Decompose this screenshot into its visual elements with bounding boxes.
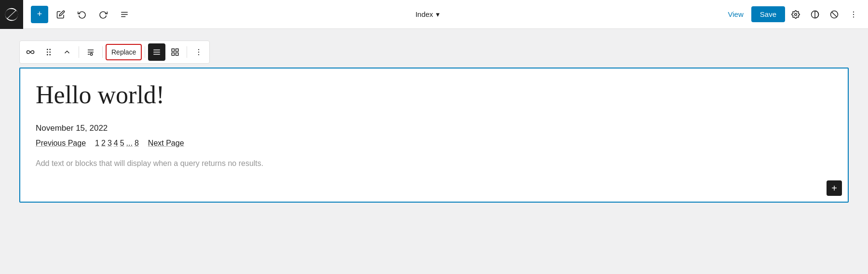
add-block-button[interactable]: + <box>31 6 48 23</box>
move-up-down-btn[interactable] <box>58 43 76 61</box>
svg-rect-23 <box>172 49 175 51</box>
previous-page-link[interactable]: Previous Page <box>36 139 86 148</box>
next-page-link[interactable]: Next Page <box>148 139 184 148</box>
wp-logo <box>0 0 23 29</box>
svg-point-14 <box>47 54 48 55</box>
undo-button[interactable] <box>73 6 91 23</box>
settings-icon-btn[interactable] <box>82 43 99 61</box>
svg-rect-26 <box>176 53 178 55</box>
svg-point-15 <box>49 54 51 55</box>
circle-button[interactable] <box>826 6 843 23</box>
chevron-down-icon: ▾ <box>436 10 440 19</box>
page-5[interactable]: 5 <box>120 139 125 148</box>
page-4[interactable]: 4 <box>113 139 119 148</box>
divider-2 <box>102 46 103 58</box>
post-date: November 15, 2022 <box>36 123 832 133</box>
divider-1 <box>79 46 79 58</box>
svg-point-29 <box>198 54 199 55</box>
divider-4 <box>187 46 187 58</box>
svg-point-28 <box>198 52 199 53</box>
page-title-dropdown[interactable]: Index ▾ <box>415 10 440 19</box>
infinity-icon-btn[interactable] <box>22 43 39 61</box>
svg-point-7 <box>853 11 854 12</box>
view-button[interactable]: View <box>722 7 749 21</box>
page-ellipsis: ... <box>126 139 133 148</box>
page-numbers: 1 2 3 4 5 ... 8 <box>95 139 139 148</box>
main-content: Replace Hello world! November 15, 2022 P… <box>0 29 868 274</box>
svg-point-10 <box>47 49 48 50</box>
pagination: Previous Page 1 2 3 4 5 ... 8 Next Page <box>36 139 832 148</box>
svg-rect-22 <box>154 54 161 55</box>
page-title: Index <box>415 10 433 18</box>
content-block: Hello world! November 15, 2022 Previous … <box>19 68 849 203</box>
svg-point-13 <box>49 52 51 53</box>
settings-button[interactable] <box>787 6 804 23</box>
list-view-icon-btn[interactable] <box>148 43 165 61</box>
no-results-text: Add text or blocks that will display whe… <box>36 159 832 168</box>
grid-view-icon-btn[interactable] <box>166 43 184 61</box>
svg-rect-25 <box>172 53 175 55</box>
post-heading: Hello world! <box>36 80 832 110</box>
svg-point-3 <box>795 13 797 15</box>
edit-button[interactable] <box>52 6 69 23</box>
more-options-icon-btn[interactable] <box>190 43 207 61</box>
divider-3 <box>145 46 145 58</box>
page-1[interactable]: 1 <box>95 139 100 148</box>
page-2[interactable]: 2 <box>101 139 106 148</box>
svg-rect-21 <box>154 52 161 53</box>
more-options-button[interactable] <box>845 6 862 23</box>
list-view-button[interactable] <box>116 6 133 23</box>
svg-line-6 <box>832 12 837 17</box>
svg-rect-20 <box>154 50 161 51</box>
page-3[interactable]: 3 <box>107 139 112 148</box>
svg-rect-24 <box>176 49 178 51</box>
block-toolbar: Replace <box>19 41 210 64</box>
svg-point-27 <box>198 49 199 50</box>
drag-handle-btn[interactable] <box>40 43 57 61</box>
svg-point-11 <box>49 49 51 50</box>
redo-button[interactable] <box>95 6 112 23</box>
add-block-inline-button[interactable]: + <box>827 180 842 196</box>
page-8[interactable]: 8 <box>134 139 139 148</box>
svg-point-12 <box>47 52 48 53</box>
toolbar-right: View Save <box>722 6 862 23</box>
wordpress-icon <box>4 7 19 22</box>
contrast-button[interactable] <box>806 6 824 23</box>
svg-point-19 <box>90 53 93 55</box>
svg-point-9 <box>853 16 854 17</box>
svg-point-8 <box>853 14 854 14</box>
replace-button[interactable]: Replace <box>106 44 142 60</box>
save-button[interactable]: Save <box>751 6 785 22</box>
top-toolbar: + Index ▾ View Save <box>0 0 868 29</box>
